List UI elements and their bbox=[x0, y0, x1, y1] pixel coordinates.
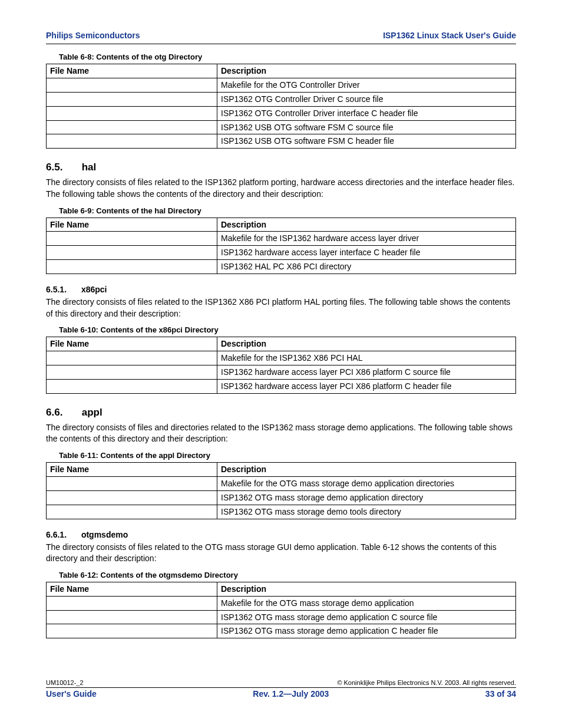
table-row: ISP1362 HAL PC X86 PCI directory bbox=[47, 260, 516, 274]
table-6-9: File Name Description Makefile for the I… bbox=[46, 218, 516, 275]
col-description: Description bbox=[217, 64, 516, 78]
para-6-5-1: The directory consists of files related … bbox=[46, 297, 516, 319]
cell-description: ISP1362 OTG mass storage demo applicatio… bbox=[217, 490, 516, 505]
cell-filename bbox=[47, 92, 217, 106]
heading-6-5-1: 6.5.1. x86pci bbox=[46, 285, 516, 294]
table-6-12: File Name Description Makefile for the O… bbox=[46, 582, 516, 639]
table-6-10: File Name Description Makefile for the I… bbox=[46, 337, 516, 394]
table-row: ISP1362 USB OTG software FSM C source fi… bbox=[47, 120, 516, 134]
cell-filename bbox=[47, 351, 217, 365]
cell-description: ISP1362 OTG Controller Driver C source f… bbox=[217, 92, 516, 106]
col-filename: File Name bbox=[47, 463, 217, 477]
table-row: ISP1362 hardware access layer PCI X86 pl… bbox=[47, 379, 516, 393]
cell-description: Makefile for the ISP1362 hardware access… bbox=[217, 232, 516, 246]
cell-description: ISP1362 OTG Controller Driver interface … bbox=[217, 106, 516, 120]
cell-filename bbox=[47, 476, 217, 490]
footer-bottom-row: User's Guide Rev. 1.2—July 2003 33 of 34 bbox=[46, 689, 516, 699]
footer-doc-title: User's Guide bbox=[46, 689, 97, 699]
cell-description: Makefile for the OTG mass storage demo a… bbox=[217, 596, 516, 610]
footer-top-row: UM10012-_2 © Koninklijke Philips Electro… bbox=[46, 679, 516, 686]
para-6-6: The directory consists of files and dire… bbox=[46, 422, 516, 445]
footer-revision: Rev. 1.2—July 2003 bbox=[253, 689, 329, 699]
col-description: Description bbox=[217, 582, 516, 596]
para-6-5: The directory consists of files related … bbox=[46, 177, 516, 200]
page-footer: UM10012-_2 © Koninklijke Philips Electro… bbox=[46, 679, 516, 699]
cell-description: ISP1362 HAL PC X86 PCI directory bbox=[217, 260, 516, 274]
table-row: Makefile for the ISP1362 hardware access… bbox=[47, 232, 516, 246]
table-row: ISP1362 OTG mass storage demo applicatio… bbox=[47, 624, 516, 638]
table-6-10-caption: Table 6-10: Contents of the x86pci Direc… bbox=[59, 325, 516, 334]
cell-description: Makefile for the OTG mass storage demo a… bbox=[217, 476, 516, 490]
cell-description: ISP1362 OTG mass storage demo tools dire… bbox=[217, 505, 516, 519]
table-row: Makefile for the OTG mass storage demo a… bbox=[47, 476, 516, 490]
cell-filename bbox=[47, 379, 217, 393]
table-row: ISP1362 hardware access layer PCI X86 pl… bbox=[47, 365, 516, 380]
table-header-row: File Name Description bbox=[47, 463, 516, 477]
cell-description: ISP1362 hardware access layer PCI X86 pl… bbox=[217, 365, 516, 380]
heading-number: 6.6.1. bbox=[46, 530, 79, 539]
header-left: Philips Semiconductors bbox=[46, 31, 140, 40]
cell-filename bbox=[47, 624, 217, 638]
col-filename: File Name bbox=[47, 218, 217, 232]
table-6-9-body: Makefile for the ISP1362 hardware access… bbox=[47, 232, 516, 274]
table-6-8: File Name Description Makefile for the O… bbox=[46, 64, 516, 149]
cell-description: ISP1362 USB OTG software FSM C source fi… bbox=[217, 120, 516, 134]
col-description: Description bbox=[217, 463, 516, 477]
table-6-11-body: Makefile for the OTG mass storage demo a… bbox=[47, 476, 516, 519]
col-filename: File Name bbox=[47, 337, 217, 351]
heading-number: 6.5. bbox=[46, 162, 79, 173]
cell-filename bbox=[47, 260, 217, 274]
header-right: ISP1362 Linux Stack User's Guide bbox=[383, 31, 516, 40]
table-row: ISP1362 OTG mass storage demo tools dire… bbox=[47, 505, 516, 519]
table-row: ISP1362 OTG mass storage demo applicatio… bbox=[47, 610, 516, 624]
heading-6-6: 6.6. appl bbox=[46, 407, 516, 419]
cell-filename bbox=[47, 365, 217, 380]
heading-6-6-1: 6.6.1. otgmsdemo bbox=[46, 530, 516, 539]
cell-description: ISP1362 OTG mass storage demo applicatio… bbox=[217, 624, 516, 638]
cell-description: ISP1362 hardware access layer PCI X86 pl… bbox=[217, 379, 516, 393]
cell-filename bbox=[47, 78, 217, 92]
cell-filename bbox=[47, 610, 217, 624]
table-6-8-body: Makefile for the OTG Controller DriverIS… bbox=[47, 78, 516, 148]
cell-filename bbox=[47, 490, 217, 505]
table-header-row: File Name Description bbox=[47, 582, 516, 596]
table-6-11: File Name Description Makefile for the O… bbox=[46, 462, 516, 519]
table-row: ISP1362 USB OTG software FSM C header fi… bbox=[47, 134, 516, 149]
heading-6-5: 6.5. hal bbox=[46, 162, 516, 173]
heading-title: x86pci bbox=[81, 285, 107, 294]
col-filename: File Name bbox=[47, 582, 217, 596]
col-description: Description bbox=[217, 337, 516, 351]
table-row: ISP1362 OTG Controller Driver interface … bbox=[47, 106, 516, 120]
heading-number: 6.6. bbox=[46, 407, 79, 419]
heading-title: appl bbox=[82, 407, 103, 418]
page-header: Philips Semiconductors ISP1362 Linux Sta… bbox=[46, 31, 516, 40]
col-description: Description bbox=[217, 218, 516, 232]
table-row: ISP1362 OTG Controller Driver C source f… bbox=[47, 92, 516, 106]
cell-filename bbox=[47, 505, 217, 519]
header-rule bbox=[46, 44, 516, 44]
col-filename: File Name bbox=[47, 64, 217, 78]
table-row: Makefile for the OTG mass storage demo a… bbox=[47, 596, 516, 610]
cell-description: ISP1362 OTG mass storage demo applicatio… bbox=[217, 610, 516, 624]
cell-filename bbox=[47, 596, 217, 610]
table-6-11-caption: Table 6-11: Contents of the appl Directo… bbox=[59, 451, 516, 460]
footer-rule bbox=[46, 687, 516, 688]
heading-title: hal bbox=[82, 162, 97, 173]
table-header-row: File Name Description bbox=[47, 64, 516, 78]
table-6-12-body: Makefile for the OTG mass storage demo a… bbox=[47, 596, 516, 638]
table-header-row: File Name Description bbox=[47, 218, 516, 232]
cell-filename bbox=[47, 232, 217, 246]
cell-filename bbox=[47, 134, 217, 149]
page: Philips Semiconductors ISP1362 Linux Sta… bbox=[0, 0, 562, 728]
footer-copyright: © Koninklijke Philips Electronics N.V. 2… bbox=[337, 679, 516, 686]
footer-doc-id: UM10012-_2 bbox=[46, 679, 84, 686]
table-header-row: File Name Description bbox=[47, 337, 516, 351]
table-row: Makefile for the OTG Controller Driver bbox=[47, 78, 516, 92]
heading-number: 6.5.1. bbox=[46, 285, 79, 294]
table-row: Makefile for the ISP1362 X86 PCI HAL bbox=[47, 351, 516, 365]
cell-filename bbox=[47, 120, 217, 134]
table-6-12-caption: Table 6-12: Contents of the otgmsdemo Di… bbox=[59, 571, 516, 579]
table-6-9-caption: Table 6-9: Contents of the hal Directory bbox=[59, 206, 516, 215]
cell-description: Makefile for the OTG Controller Driver bbox=[217, 78, 516, 92]
cell-description: ISP1362 USB OTG software FSM C header fi… bbox=[217, 134, 516, 149]
